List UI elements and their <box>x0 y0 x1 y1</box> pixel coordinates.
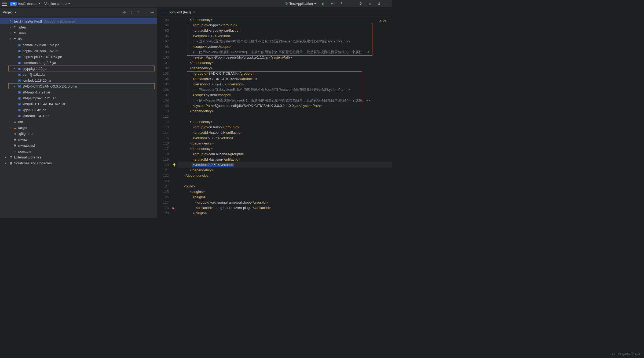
code-line[interactable]: <artifactId>fastjson</artifactId> <box>178 157 392 162</box>
menu-icon[interactable] <box>2 2 7 6</box>
code-line[interactable]: <artifactId>SADK-CITICBANK</artifactId> <box>178 76 392 82</box>
code-line[interactable]: </plugin> <box>178 211 392 216</box>
code-line[interactable]: <!-- 使用Maven内置属性-${basedir}，该属性的用途就如字面意思… <box>178 98 392 103</box>
tree-arrow-icon[interactable]: ▸ <box>9 126 12 129</box>
settings-icon[interactable]: ⚙ <box>377 2 381 6</box>
code-line[interactable]: <plugin> <box>178 194 392 200</box>
collapse-icon[interactable]: ⤫ <box>137 10 140 14</box>
code-line[interactable]: <dependency> <box>178 17 392 23</box>
editor-body[interactable]: 9394959697989910010110210310410510610710… <box>157 17 392 218</box>
tree-file[interactable]: ▸⊘.gitignore <box>0 131 157 136</box>
vcs-selector[interactable]: Version control▾ <box>44 2 70 6</box>
code-line[interactable]: <systemPath>${pom.basedir}/lib/SADK-CITI… <box>178 103 392 109</box>
tree-file[interactable]: ▸▣xstream-1.4.9.jar <box>0 113 157 119</box>
code-line[interactable]: <dependency> <box>178 119 392 125</box>
select-opened-icon[interactable]: ⊕ <box>123 10 126 14</box>
tree-file[interactable]: ▸▣xmlpull-1.1.3.4d_b4_min.jar <box>0 101 157 107</box>
tree-file[interactable]: ▸▤mvnw <box>0 136 157 142</box>
scratch-icon: ▦ <box>9 161 13 165</box>
code-line[interactable]: </dependencies> <box>178 173 392 178</box>
code-line[interactable]: <groupId>cryppkg</groupId> <box>178 23 392 28</box>
code-content[interactable]: <dependency> <groupId>cryppkg</groupId> … <box>178 17 392 218</box>
options-icon[interactable]: ⋮ <box>143 10 147 14</box>
code-line[interactable]: <artifactId>spring-boot-maven-plugin</ar… <box>178 205 392 211</box>
code-line[interactable]: </dependency> <box>178 141 392 146</box>
jar-icon: ▣ <box>17 108 21 112</box>
run-icon[interactable]: ▶ <box>321 2 325 6</box>
code-line[interactable]: </dependency> <box>178 109 392 114</box>
more-icon[interactable]: ⋮ <box>339 2 343 6</box>
run-config[interactable]: ↻ TestApplication ▾ <box>285 2 316 6</box>
tree-file[interactable]: ▸⊞External Libraries <box>0 154 157 160</box>
tree-file[interactable]: ▸▤mvnw.cmd <box>0 142 157 148</box>
tree-file[interactable]: ▸▣bcpkix-jdk15on-1.52.jar <box>0 48 157 54</box>
code-line[interactable]: <version>2.0.50</version> <box>178 162 392 168</box>
code-line[interactable]: <groupId>SADK-CITICBANK</groupId> <box>178 71 392 76</box>
minimize-icon[interactable]: — <box>386 2 390 6</box>
tree-arrow-icon[interactable]: ▸ <box>9 26 12 28</box>
code-line[interactable]: <artifactId>hutool-all</artifactId> <box>178 130 392 135</box>
tree-folder[interactable]: ▾🗀test1-master [test]D:\code\test1-maste… <box>0 18 157 24</box>
code-line[interactable]: </dependency> <box>178 60 392 66</box>
code-line[interactable]: <groupId>com.alibaba</groupId> <box>178 151 392 157</box>
code-line[interactable]: <systemPath>${pom.basedir}/lib/cryppkg-1… <box>178 55 392 60</box>
hide-icon[interactable]: — <box>151 10 154 14</box>
code-line[interactable]: <build> <box>178 184 392 189</box>
gutter-marker-icon[interactable]: ◉ <box>172 205 175 211</box>
code-line[interactable]: <groupId>org.springframework.boot</group… <box>178 200 392 205</box>
tree-file[interactable]: ▸▣cryppkg-1.12.jar <box>0 66 157 71</box>
code-line[interactable]: <dependency> <box>178 146 392 151</box>
debug-icon[interactable]: ⬌ <box>330 2 334 6</box>
code-line[interactable]: <plugins> <box>178 189 392 194</box>
tree-folder[interactable]: ▸🗀src <box>0 119 157 125</box>
code-line[interactable] <box>178 114 392 119</box>
expand-icon[interactable]: ⇅ <box>130 10 133 14</box>
tree-file[interactable]: ▸▣bcprov-jdk15to18-1.64.jar <box>0 54 157 60</box>
tree-arrow-icon[interactable]: ▸ <box>9 120 12 123</box>
tree-folder[interactable]: ▸🗀.mvn <box>0 30 157 36</box>
tree-folder[interactable]: ▸🗀target <box>0 125 157 131</box>
code-line[interactable]: </dependency> <box>178 168 392 173</box>
code-line[interactable]: <!-- 使用Maven内置属性-${basedir}，该属性的用途就如字面意思… <box>178 49 392 55</box>
tree-file[interactable]: ▸▣lombok-1.18.20.jar <box>0 77 157 83</box>
tree-file[interactable]: ▸▣bcmail-jdk15on-1.52.jar <box>0 42 157 48</box>
code-line[interactable]: <!-- 当scope设置成system时这个依赖包就不会从你配置的maven仓… <box>178 87 392 92</box>
tree-file[interactable]: ▸▣SADK-CITICBANK-3.0.0.2-1.0.0.jar <box>0 83 157 89</box>
code-line[interactable] <box>178 178 392 184</box>
close-icon[interactable]: × <box>193 10 195 14</box>
tree-arrow-icon[interactable]: ▸ <box>4 162 8 164</box>
tree-file[interactable]: ▸▣xpp3-1.1.4c.jar <box>0 107 157 113</box>
code-line[interactable]: <scope>system</scope> <box>178 44 392 49</box>
code-line[interactable]: <groupId>cn.hutool</groupId> <box>178 125 392 130</box>
tree-file[interactable]: ▸mpom.xml <box>0 148 157 154</box>
tree-arrow-icon[interactable]: ▾ <box>9 38 12 40</box>
code-line[interactable]: <version>3.0.0.2-1.0.0</version> <box>178 82 392 87</box>
tree-arrow-icon[interactable]: ▸ <box>13 85 16 88</box>
maven-icon: m <box>162 10 166 15</box>
project-selector[interactable]: test1-master▾ <box>18 2 40 6</box>
code-line[interactable]: <artifactId>cryppkg</artifactId> <box>178 28 392 33</box>
code-line[interactable]: <version>1.12</version> <box>178 33 392 39</box>
tree-file[interactable]: ▸▣slf4j-simple-1.7.21.jar <box>0 95 157 101</box>
tree-folder[interactable]: ▾🗀lib <box>0 36 157 42</box>
code-line[interactable]: <!-- 当scope设置成system时这个依赖包就不会从你配置的maven仓… <box>178 39 392 44</box>
tree-file[interactable]: ▸▦Scratches and Consoles <box>0 160 157 166</box>
tree-arrow-icon[interactable]: ▸ <box>9 32 12 34</box>
code-with-me-icon[interactable]: ⚲ <box>358 2 363 6</box>
tree-arrow-icon[interactable]: ▸ <box>4 156 8 158</box>
warnings-badge[interactable]: ⚠ 24 ^ <box>379 18 390 24</box>
tree-arrow-icon[interactable]: ▸ <box>13 67 16 70</box>
tree-file[interactable]: ▸▣commons-lang-2.6.jar <box>0 60 157 66</box>
editor-tab[interactable]: m pom.xml (test) × <box>159 8 197 17</box>
tree-file[interactable]: ▸▣slf4j-api-1.7.21.jar <box>0 89 157 95</box>
code-line[interactable]: <version>5.8.26</version> <box>178 135 392 141</box>
tree-folder[interactable]: ▸🗀.idea <box>0 24 157 30</box>
chevron-down-icon[interactable]: ▾ <box>15 11 16 14</box>
search-icon[interactable]: ⌕ <box>368 2 372 6</box>
intention-bulb-icon[interactable]: 💡 <box>173 162 176 168</box>
code-line[interactable]: <scope>system</scope> <box>178 92 392 98</box>
code-line[interactable]: <dependency> <box>178 66 392 71</box>
tree-arrow-icon[interactable]: ▾ <box>4 20 8 23</box>
project-tree[interactable]: ▾🗀test1-master [test]D:\code\test1-maste… <box>0 17 157 218</box>
tree-file[interactable]: ▸▣dom4j-1.6.1.jar <box>0 71 157 77</box>
